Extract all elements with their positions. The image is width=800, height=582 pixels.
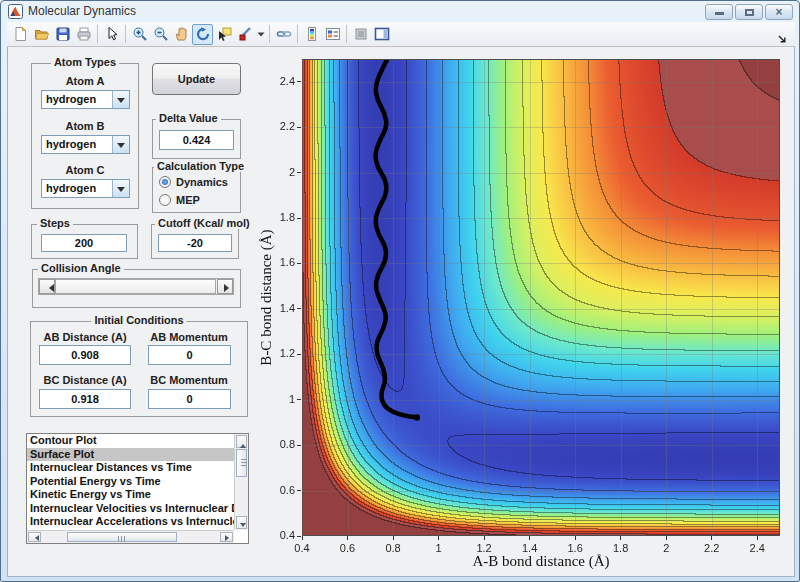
atom-b-dropdown[interactable]: hydrogen <box>41 135 130 154</box>
pointer-button[interactable] <box>101 24 122 45</box>
link-plot-icon <box>276 26 292 42</box>
slider-thumb[interactable] <box>55 279 216 294</box>
scroll-right-button[interactable] <box>220 532 233 542</box>
window-title: Molecular Dynamics <box>28 4 136 18</box>
grip-icon <box>118 536 126 542</box>
brush-dropdown-icon <box>257 30 265 38</box>
update-button[interactable]: Update <box>152 63 241 95</box>
grip-icon <box>241 459 247 467</box>
atom-b-value: hydrogen <box>46 138 96 150</box>
collision-angle-title: Collision Angle <box>38 262 124 274</box>
close-icon: × <box>766 5 792 20</box>
slider-left-arrow[interactable] <box>39 279 55 294</box>
save-button[interactable] <box>52 24 73 45</box>
insert-colorbar-button[interactable] <box>301 24 322 45</box>
atom-a-dropdown[interactable]: hydrogen <box>41 90 130 109</box>
calculation-type-title: Calculation Type <box>154 160 247 172</box>
atom-a-label: Atom A <box>31 75 139 87</box>
print-button[interactable] <box>73 24 94 45</box>
cutoff-title: Cutoff (Kcal/ mol) <box>155 217 253 229</box>
chevron-down-icon[interactable] <box>112 91 129 108</box>
mep-radio[interactable] <box>159 194 171 206</box>
atom-c-dropdown[interactable]: hydrogen <box>41 179 130 198</box>
scroll-down-button[interactable] <box>236 516 247 529</box>
pes-plot-canvas[interactable] <box>302 59 780 536</box>
mep-radio-label: MEP <box>176 194 200 206</box>
plot-type-listbox: Contour Plot Surface Plot Internuclear D… <box>26 433 249 544</box>
toolbar-overflow-icon <box>778 35 787 44</box>
minimize-button[interactable] <box>705 4 733 20</box>
toolbar-separator <box>269 25 270 43</box>
horizontal-scrollbar[interactable] <box>27 530 234 543</box>
arrow-up-icon <box>240 441 246 448</box>
insert-colorbar-icon <box>304 26 320 42</box>
chevron-down-icon[interactable] <box>112 180 129 197</box>
steps-field[interactable] <box>41 234 127 252</box>
zoom-out-button[interactable] <box>150 24 171 45</box>
atom-b-label: Atom B <box>31 120 139 132</box>
save-icon <box>55 26 71 42</box>
brush-button[interactable] <box>234 24 255 45</box>
delta-value-field[interactable] <box>159 130 234 150</box>
list-item[interactable]: Contour Plot <box>27 434 234 448</box>
pan-button[interactable] <box>171 24 192 45</box>
atom-c-value: hydrogen <box>46 182 96 194</box>
rotate-3d-button[interactable] <box>192 24 213 45</box>
ab-distance-label: AB Distance (A) <box>37 331 133 343</box>
maximize-button[interactable] <box>735 4 763 20</box>
dynamics-radio[interactable] <box>159 176 171 188</box>
y-axis-label: B-C bond distance (Å) <box>258 148 275 448</box>
list-item[interactable]: Internuclear Accelerations vs Internucle… <box>27 515 234 529</box>
arrow-left-icon <box>32 535 39 541</box>
initial-conditions-title: Initial Conditions <box>91 314 186 326</box>
brush-dropdown-button[interactable] <box>255 24 266 45</box>
collision-angle-slider[interactable] <box>38 278 234 295</box>
cutoff-field[interactable] <box>158 234 232 252</box>
bc-momentum-field[interactable] <box>148 389 231 409</box>
list-item[interactable]: Potential Energy vs Time <box>27 475 234 489</box>
bc-distance-label: BC Distance (A) <box>37 374 133 386</box>
title-bar[interactable]: Molecular Dynamics × <box>1 1 799 22</box>
toolbar-separator <box>297 25 298 43</box>
link-plot-button[interactable] <box>273 24 294 45</box>
toolbar-separator <box>97 25 98 43</box>
print-icon <box>76 26 92 42</box>
data-cursor-icon <box>216 26 232 42</box>
new-document-icon <box>13 26 29 42</box>
x-axis-label: A-B bond distance (Å) <box>391 553 691 570</box>
new-document-button[interactable] <box>10 24 31 45</box>
list-item[interactable]: Kinetic Energy vs Time <box>27 488 234 502</box>
vertical-scrollbar[interactable] <box>234 434 248 530</box>
bc-distance-field[interactable] <box>39 389 131 409</box>
zoom-in-icon <box>132 26 148 42</box>
insert-legend-button[interactable] <box>322 24 343 45</box>
chevron-down-icon[interactable] <box>112 136 129 153</box>
vertical-scroll-thumb[interactable] <box>236 449 247 477</box>
ab-momentum-label: AB Momentum <box>143 331 235 343</box>
minimize-icon <box>715 12 724 15</box>
toolbar-overflow-button[interactable] <box>778 30 787 48</box>
show-plot-tools-button[interactable] <box>371 24 392 45</box>
brush-icon <box>237 26 253 42</box>
slider-right-arrow[interactable] <box>217 279 233 294</box>
arrow-right-icon <box>224 284 233 292</box>
data-cursor-button[interactable] <box>213 24 234 45</box>
list-item[interactable]: Internuclear Distances vs Time <box>27 461 234 475</box>
list-item-selected[interactable]: Surface Plot <box>27 448 234 462</box>
ab-distance-field[interactable] <box>39 345 131 365</box>
open-file-button[interactable] <box>31 24 52 45</box>
app-window: Molecular Dynamics × Atom T <box>0 0 800 582</box>
hide-plot-tools-button[interactable] <box>350 24 371 45</box>
zoom-in-button[interactable] <box>129 24 150 45</box>
steps-title: Steps <box>37 217 73 229</box>
scroll-up-button[interactable] <box>236 435 247 448</box>
pan-icon <box>174 26 190 42</box>
scroll-left-button[interactable] <box>28 532 41 542</box>
list-item[interactable]: Internuclear Velocities vs Internuclear … <box>27 502 234 516</box>
ab-momentum-field[interactable] <box>148 345 231 365</box>
toolbar-separator <box>125 25 126 43</box>
atom-types-panel-title: Atom Types <box>51 56 119 68</box>
horizontal-scroll-thumb[interactable] <box>67 532 177 542</box>
delta-value-title: Delta Value <box>156 112 221 124</box>
close-button[interactable]: × <box>765 4 793 20</box>
